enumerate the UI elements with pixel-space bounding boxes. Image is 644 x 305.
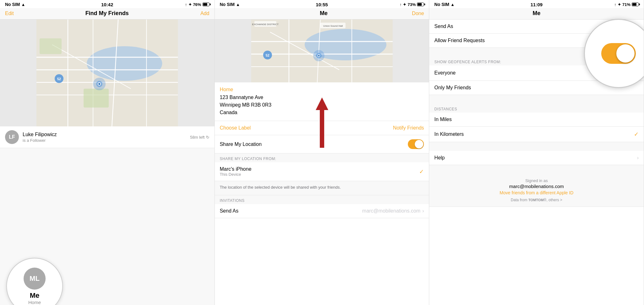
page-title-3: Me xyxy=(533,10,541,17)
svg-text:52: 52 xyxy=(265,53,269,57)
map-svg-1: 52 xyxy=(0,19,214,126)
me-name-label: Me xyxy=(30,291,40,300)
nav-bar-1: Edit Find My Friends Add xyxy=(0,8,214,19)
map-area-1[interactable]: 52 xyxy=(0,19,214,126)
edit-button[interactable]: Edit xyxy=(5,11,14,16)
signed-in-block: Signed in as marc@mobilenations.com Move… xyxy=(429,174,644,207)
page-title-2: Me xyxy=(320,10,328,17)
svg-point-1 xyxy=(87,46,162,81)
arrow-overlay xyxy=(314,97,330,149)
checkmark-device: ✓ xyxy=(419,168,424,175)
status-left-2: No SIM ▲ xyxy=(220,2,240,7)
refresh-icon: ↻ xyxy=(206,135,209,140)
bluetooth-icon-2: ✦ xyxy=(403,2,406,7)
nav-bar-2: Me Done xyxy=(215,8,429,19)
help-row[interactable]: Help › xyxy=(429,151,644,165)
svg-point-18 xyxy=(98,83,100,85)
wifi-icon-3: ▲ xyxy=(451,2,455,7)
panel3: No SIM ▲ 11:09 ↑ ✦ 71% Me Send As marc@m… xyxy=(429,0,644,305)
data-from-label: Data from TomTom®, others > xyxy=(434,198,639,202)
toggle-knob xyxy=(415,140,423,148)
send-as-value: marc@mobilenations.com xyxy=(362,208,420,214)
arrow-icon-3: ↑ xyxy=(614,2,616,7)
svg-text:52: 52 xyxy=(57,77,61,81)
panel1: No SIM ▲ 10:42 ↑ ✦ 76% Edit Find My Frie… xyxy=(0,0,215,305)
separator-4 xyxy=(429,165,644,174)
status-bar-2: No SIM ▲ 10:55 ↑ ✦ 73% xyxy=(215,0,429,8)
share-from-header: SHARE MY LOCATION FROM: xyxy=(215,153,429,162)
svg-rect-12 xyxy=(40,38,62,54)
avatar-lf: LF xyxy=(5,130,19,144)
no-sim-label-2: No SIM xyxy=(220,2,235,7)
info-text-block: The location of the selected device will… xyxy=(215,181,429,195)
device-sub-label: This Device xyxy=(220,172,419,177)
contact-sub-luke: is a Follower xyxy=(23,138,190,143)
list-item-luke[interactable]: LF Luke Filipowicz is a Follower 58m lef… xyxy=(0,126,214,148)
send-as-row[interactable]: Send As marc@mobilenations.com › xyxy=(215,204,429,218)
svg-point-33 xyxy=(318,55,319,57)
choose-label-btn[interactable]: Choose Label xyxy=(220,125,393,131)
me-sub-label: Home xyxy=(28,300,41,305)
distance-label-luke: 58m left xyxy=(190,135,204,140)
signed-in-email: marc@mobilenations.com xyxy=(434,184,639,189)
send-as-label-3: Send As xyxy=(434,24,599,29)
no-sim-label-3: No SIM xyxy=(434,2,449,7)
send-as-label: Send As xyxy=(220,208,362,214)
arrow-icon-2: ↑ xyxy=(400,2,402,7)
arrow-icon-1: ↑ xyxy=(185,2,187,7)
contact-name-luke: Luke Filipowicz xyxy=(23,132,190,137)
share-location-toggle[interactable] xyxy=(408,139,424,149)
svg-rect-39 xyxy=(320,109,324,148)
battery-pct-3: 71% xyxy=(622,2,630,7)
separator-3 xyxy=(429,142,644,151)
svg-marker-38 xyxy=(316,97,328,110)
map-area-2[interactable]: 52 EXCHANGE DISTRICT Union Sound Hall xyxy=(215,19,429,82)
marcs-iphone-row[interactable]: Marc's iPhone This Device ✓ xyxy=(215,162,429,181)
move-friends-link[interactable]: Move friends from a different Apple ID xyxy=(434,190,639,195)
panel2: No SIM ▲ 10:55 ↑ ✦ 73% Me Done xyxy=(215,0,430,305)
arrow-svg xyxy=(314,97,330,148)
separator-2 xyxy=(429,95,644,104)
chevron-help: › xyxy=(637,155,639,161)
svg-text:Union Sound Hall: Union Sound Hall xyxy=(323,25,342,27)
time-1: 10:42 xyxy=(101,2,113,7)
in-miles-row[interactable]: In Miles xyxy=(429,113,644,127)
battery-pct-1: 76% xyxy=(193,2,201,7)
status-right-3: ↑ ✦ 71% xyxy=(614,2,639,7)
battery-pct-2: 73% xyxy=(408,2,416,7)
chevron-send-as: › xyxy=(422,208,424,214)
status-left-1: No SIM ▲ xyxy=(5,2,25,7)
battery-icon-1 xyxy=(203,3,209,6)
device-name-label: Marc's iPhone xyxy=(220,166,419,172)
svg-rect-11 xyxy=(84,89,109,108)
status-right-1: ↑ ✦ 76% xyxy=(185,2,209,7)
big-toggle[interactable] xyxy=(601,43,636,64)
list-item-right-luke: 58m left ↻ xyxy=(190,135,209,140)
bluetooth-icon-3: ✦ xyxy=(618,2,621,7)
page-title-1: Find My Friends xyxy=(85,10,129,17)
in-miles-label: In Miles xyxy=(434,117,639,122)
status-bar-3: No SIM ▲ 11:09 ↑ ✦ 71% xyxy=(429,0,644,8)
svg-text:EXCHANGE DISTRICT: EXCHANGE DISTRICT xyxy=(252,23,279,26)
battery-icon-3 xyxy=(632,3,639,6)
help-label: Help xyxy=(434,155,637,161)
wifi-icon-2: ▲ xyxy=(236,2,240,7)
signed-in-label: Signed in as xyxy=(434,178,639,183)
status-bar-1: No SIM ▲ 10:42 ↑ ✦ 76% xyxy=(0,0,214,8)
status-left-3: No SIM ▲ xyxy=(434,2,454,7)
done-button[interactable]: Done xyxy=(412,11,424,16)
in-kilometers-row[interactable]: In Kilometers ✓ xyxy=(429,127,644,142)
no-sim-label-1: No SIM xyxy=(5,2,20,7)
in-kilometers-label: In Kilometers xyxy=(434,131,634,137)
bluetooth-icon-1: ✦ xyxy=(188,2,192,7)
nav-bar-3: Me xyxy=(429,8,644,19)
time-2: 10:55 xyxy=(316,2,328,7)
address-label: Home xyxy=(220,87,424,92)
tomtom-label: TomTom xyxy=(528,198,543,202)
add-button[interactable]: Add xyxy=(200,11,209,16)
notify-friends-btn[interactable]: Notify Friends xyxy=(393,125,424,131)
checkmark-km: ✓ xyxy=(634,131,639,138)
wifi-icon-1: ▲ xyxy=(21,2,25,7)
distances-header: DISTANCES xyxy=(429,104,644,113)
battery-icon-2 xyxy=(417,3,424,6)
